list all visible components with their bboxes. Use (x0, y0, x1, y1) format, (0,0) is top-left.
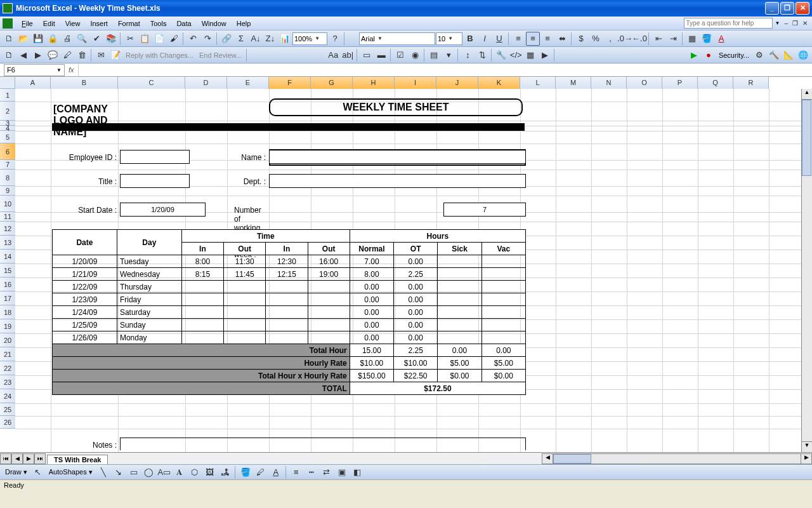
reply-changes-button[interactable]: Reply with Changes... (123, 51, 196, 59)
review-track-button[interactable]: 📝 (108, 48, 122, 62)
vba-button[interactable]: ⚙ (752, 48, 766, 62)
cell-in2[interactable] (266, 319, 308, 331)
forms-run-button[interactable]: ▶ (538, 48, 552, 62)
paste-button[interactable]: 📄 (152, 32, 166, 46)
cell-out2[interactable] (308, 293, 350, 306)
column-header-M[interactable]: M (556, 77, 591, 89)
worksheet-area[interactable]: ABCDEFGHIJKLMNOPQR 123456789101112131415… (0, 77, 812, 452)
macro-record-button[interactable]: ● (702, 48, 716, 62)
start-date-input[interactable]: 1/20/09 (120, 203, 206, 217)
select-objects-button[interactable]: ↖ (31, 465, 45, 479)
row-header-26[interactable]: 26 (0, 416, 15, 429)
control-toolbox-button[interactable]: 🔨 (767, 48, 781, 62)
review-new-button[interactable]: 🗋 (2, 48, 16, 62)
menu-data[interactable]: Data (171, 18, 196, 29)
cell-day[interactable]: Wednesday (117, 268, 181, 281)
help-dropdown-icon[interactable]: ▼ (775, 20, 780, 26)
column-header-E[interactable]: E (227, 77, 269, 89)
row-header-22[interactable]: 22 (0, 361, 15, 375)
cell-normal[interactable]: 0.00 (350, 331, 393, 344)
column-header-N[interactable]: N (591, 77, 627, 89)
align-center-button[interactable]: ≡ (526, 32, 540, 46)
security-button[interactable]: Security... (716, 51, 752, 59)
cell-ot[interactable]: 0.00 (394, 281, 438, 293)
cell-sick[interactable] (438, 306, 481, 319)
cell-day[interactable]: Sunday (117, 319, 181, 331)
sheet-tab-active[interactable]: TS With Break (47, 455, 108, 464)
cell-vac[interactable] (481, 255, 525, 268)
cell-in2[interactable]: 12:15 (266, 268, 308, 281)
percent-button[interactable]: % (589, 32, 603, 46)
column-header-P[interactable]: P (662, 77, 698, 89)
row-header-16[interactable]: 16 (0, 277, 15, 291)
column-header-L[interactable]: L (520, 77, 556, 89)
column-header-G[interactable]: G (311, 77, 353, 89)
menu-window[interactable]: Window (197, 18, 232, 29)
cell-ot[interactable]: 0.00 (394, 331, 438, 344)
decrease-indent-button[interactable]: ⇤ (652, 32, 665, 46)
doc-minimize-button[interactable]: – (782, 20, 790, 27)
forms-edit-button[interactable]: ab| (341, 48, 355, 62)
sort-desc-button[interactable]: Z↓ (263, 32, 277, 46)
column-header-F[interactable]: F (269, 77, 311, 89)
print-button[interactable]: 🖨 (60, 32, 74, 46)
copy-button[interactable]: 📋 (138, 32, 152, 46)
autoshapes-menu[interactable]: AutoShapes ▾ (46, 468, 95, 476)
column-header-D[interactable]: D (185, 77, 227, 89)
table-row[interactable]: 1/20/09Tuesday8:0011:3012:3016:007.000.0… (53, 255, 526, 268)
cell-in2[interactable] (266, 331, 308, 344)
row-header-14[interactable]: 14 (0, 250, 15, 264)
minimize-button[interactable]: _ (765, 2, 779, 15)
forms-spinner-button[interactable]: ⇅ (475, 48, 489, 62)
fill-color-draw-button[interactable]: 🪣 (239, 465, 252, 479)
doc-close-button[interactable]: ✕ (801, 20, 809, 27)
cell-date[interactable]: 1/23/09 (53, 293, 117, 306)
dept-input[interactable] (269, 174, 526, 188)
italic-button[interactable]: I (478, 32, 492, 46)
merge-center-button[interactable]: ⬌ (555, 32, 569, 46)
cell-out2[interactable] (308, 281, 350, 293)
column-header-I[interactable]: I (395, 77, 436, 89)
row-header-23[interactable]: 23 (0, 375, 15, 389)
cell-out1[interactable] (224, 293, 266, 306)
row-header-17[interactable]: 17 (0, 291, 15, 305)
row-header-4[interactable]: 4 (0, 126, 15, 131)
name-input[interactable] (269, 150, 526, 164)
forms-option-button[interactable]: ◉ (408, 48, 422, 62)
picture-button[interactable]: 🏞 (218, 465, 232, 479)
research-button[interactable]: 📚 (104, 32, 118, 46)
scroll-right-icon[interactable]: ▶ (801, 454, 811, 464)
zoom-combo[interactable]: 100%▼ (292, 32, 327, 45)
forms-scroll-button[interactable]: ↕ (461, 48, 475, 62)
cell-vac[interactable] (481, 268, 525, 281)
hyperlink-button[interactable]: 🔗 (219, 32, 233, 46)
spelling-button[interactable]: ✔ (89, 32, 103, 46)
tab-prev-button[interactable]: ◀ (11, 453, 23, 464)
row-header-9[interactable]: 9 (0, 186, 15, 196)
column-header-B[interactable]: B (51, 77, 118, 89)
table-row[interactable]: 1/26/09Monday0.000.00 (53, 331, 526, 344)
forms-combo-button[interactable]: ▾ (442, 48, 455, 62)
underline-button[interactable]: U (492, 32, 506, 46)
tab-first-button[interactable]: ⏮ (0, 453, 11, 464)
increase-decimal-button[interactable]: .0→ (618, 32, 632, 46)
row-header-12[interactable]: 12 (0, 222, 15, 236)
cell-in2[interactable] (266, 306, 308, 319)
row-header-15[interactable]: 15 (0, 264, 15, 277)
cell-day[interactable]: Thursday (117, 281, 181, 293)
forms-button-button[interactable]: ▬ (374, 48, 388, 62)
print-preview-button[interactable]: 🔍 (75, 32, 89, 46)
cell-sick[interactable] (438, 268, 481, 281)
tab-next-button[interactable]: ▶ (23, 453, 34, 464)
macro-play-button[interactable]: ▶ (687, 48, 701, 62)
3d-button[interactable]: ◧ (350, 465, 364, 479)
cell-in2[interactable] (266, 281, 308, 293)
cell-in1[interactable] (181, 319, 223, 331)
formula-bar[interactable] (78, 64, 812, 76)
cell-out1[interactable] (224, 306, 266, 319)
column-header-Q[interactable]: Q (698, 77, 733, 89)
row-header-2[interactable]: 2 (0, 102, 15, 121)
cell-ot[interactable]: 2.25 (394, 268, 438, 281)
cell-in1[interactable] (181, 281, 223, 293)
forms-grid-button[interactable]: ▦ (523, 48, 537, 62)
